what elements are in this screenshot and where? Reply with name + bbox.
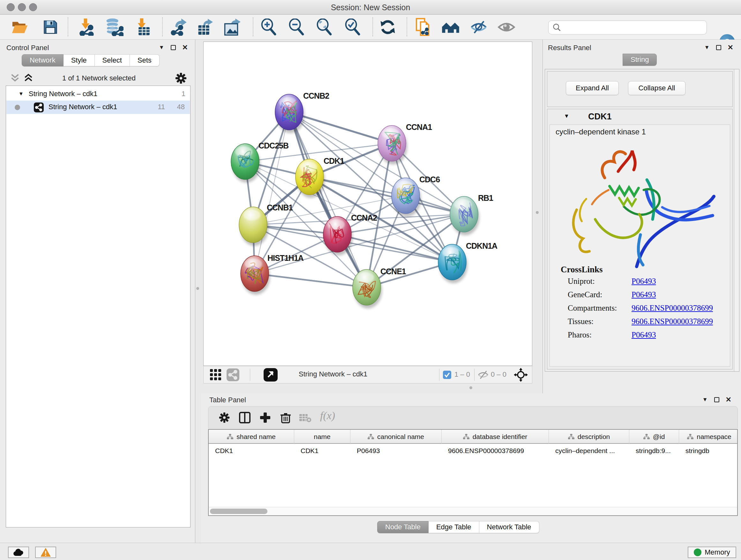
cloud-button[interactable] xyxy=(8,547,29,558)
column-header-label: @id xyxy=(653,433,665,441)
column-header-shared-name[interactable]: shared name xyxy=(209,430,294,444)
gene-symbol: CDK1 xyxy=(588,112,612,122)
bottom-splitter-handle[interactable] xyxy=(469,386,472,389)
node-label-CDKN1A: CDKN1A xyxy=(466,241,497,250)
column-header-name[interactable]: name xyxy=(294,430,350,444)
export-network-icon[interactable] xyxy=(170,18,187,36)
tree-expand-icon[interactable]: ▼ xyxy=(18,91,23,97)
network-view-mode-icon[interactable] xyxy=(226,368,239,381)
column-header-description[interactable]: description xyxy=(549,430,629,444)
show-all-icon[interactable] xyxy=(497,20,515,34)
gear-icon[interactable] xyxy=(219,412,230,423)
table-cell[interactable]: stringdb:9... xyxy=(629,444,679,457)
warning-button[interactable] xyxy=(35,547,56,558)
grid-view-icon[interactable] xyxy=(209,368,222,381)
network-view-toolbar: String Network – cdk1 1 – 0 0 – 0 xyxy=(203,366,532,383)
tab-select[interactable]: Select xyxy=(95,54,130,66)
open-session-icon[interactable] xyxy=(11,20,28,34)
shared-column-icon xyxy=(227,434,233,440)
column-header-canonical-name[interactable]: canonical name xyxy=(350,430,442,444)
float-panel-icon[interactable] xyxy=(716,45,721,50)
network-graph[interactable]: CCNB2CCNA1CDC25BCDK1CDC6RB1CCNB1CCNA2CDK… xyxy=(204,42,532,366)
collapse-all-tree-icon[interactable] xyxy=(10,73,20,83)
crosslink-value-link[interactable]: P06493 xyxy=(631,277,656,286)
tab-string[interactable]: String xyxy=(623,54,657,66)
collapse-panel-icon[interactable]: ▼ xyxy=(704,44,710,51)
edge-CCNB2-CCNA1[interactable] xyxy=(289,112,392,143)
tab-network-table[interactable]: Network Table xyxy=(479,521,539,533)
column-header--id[interactable]: @id xyxy=(629,430,679,444)
refresh-icon[interactable] xyxy=(380,19,396,36)
crosslink-value-link[interactable]: P06493 xyxy=(631,290,656,299)
results-scrollbar[interactable] xyxy=(734,69,739,371)
add-column-icon[interactable] xyxy=(259,412,271,423)
column-header-namespace[interactable]: namespace xyxy=(679,430,738,444)
hide-selected-icon[interactable] xyxy=(470,20,488,35)
crosslink-value-link[interactable]: 9606.ENSP00000378699 xyxy=(631,304,713,313)
memory-button[interactable]: Memory xyxy=(688,547,736,558)
fit-content-icon[interactable] xyxy=(316,18,333,36)
edge-HIST1H1A-CCNE1[interactable] xyxy=(255,273,367,287)
gear-icon[interactable] xyxy=(175,72,187,84)
delete-column-icon[interactable] xyxy=(280,412,291,423)
import-table-file-icon[interactable] xyxy=(136,18,150,36)
detach-view-icon[interactable] xyxy=(264,368,278,381)
tab-sets[interactable]: Sets xyxy=(130,54,159,66)
table-cell[interactable]: CDK1 xyxy=(294,444,350,457)
crosslink-label: Tissues: xyxy=(568,317,631,326)
show-columns-icon[interactable] xyxy=(239,412,251,423)
selected-checkbox-icon[interactable] xyxy=(443,371,451,379)
node-table[interactable]: shared namenamecanonical namedatabase id… xyxy=(208,429,738,516)
zoom-out-icon[interactable] xyxy=(288,18,305,36)
scrollbar-thumb[interactable] xyxy=(210,509,267,514)
toolbar-separator xyxy=(162,17,163,37)
crosslink-row: Pharos:P06493 xyxy=(568,330,727,339)
zoom-selected-icon[interactable] xyxy=(345,18,361,36)
left-splitter-handle[interactable] xyxy=(196,287,199,290)
import-network-database-icon[interactable] xyxy=(105,18,124,36)
tab-edge-table[interactable]: Edge Table xyxy=(428,521,479,533)
table-cell[interactable]: CDK1 xyxy=(209,444,294,457)
crosslink-value-link[interactable]: 9606.ENSP00000378699 xyxy=(631,317,713,326)
crosslink-value-link[interactable]: P06493 xyxy=(631,330,656,339)
network-canvas[interactable]: CCNB2CCNA1CDC25BCDK1CDC6RB1CCNB1CCNA2CDK… xyxy=(203,42,532,366)
save-session-icon[interactable] xyxy=(43,20,58,35)
table-cell[interactable]: P06493 xyxy=(350,444,442,457)
close-panel-icon[interactable]: ✕ xyxy=(728,45,733,50)
node-label-CCNA2: CCNA2 xyxy=(351,213,377,222)
expand-all-button[interactable]: Expand All xyxy=(566,81,619,95)
network-row-selected[interactable]: String Network – cdk1 11 48 xyxy=(6,101,190,114)
table-row[interactable]: CDK1CDK1P064939606.ENSP00000378699cyclin… xyxy=(209,444,738,457)
tab-network[interactable]: Network xyxy=(22,54,64,66)
close-panel-icon[interactable]: ✕ xyxy=(726,397,731,402)
first-neighbors-icon[interactable] xyxy=(415,18,431,37)
table-cell[interactable]: cyclin–dependent ... xyxy=(549,444,629,457)
section-collapse-icon[interactable]: ▼ xyxy=(564,113,569,119)
pan-crosshair-icon[interactable] xyxy=(514,368,528,382)
search-input[interactable] xyxy=(564,23,706,31)
network-collection-row[interactable]: ▼ String Network – cdk1 1 xyxy=(6,88,190,101)
tab-style[interactable]: Style xyxy=(64,54,95,66)
table-cell[interactable]: 9606.ENSP00000378699 xyxy=(442,444,549,457)
tab-node-table[interactable]: Node Table xyxy=(377,521,428,533)
expand-all-tree-icon[interactable] xyxy=(23,73,34,83)
zoom-in-icon[interactable] xyxy=(261,18,277,36)
control-panel-title: Control Panel xyxy=(6,44,49,52)
column-header-database-identifier[interactable]: database identifier xyxy=(442,430,549,444)
export-table-icon[interactable] xyxy=(197,18,213,36)
right-splitter-handle[interactable] xyxy=(536,211,539,214)
close-panel-icon[interactable]: ✕ xyxy=(182,45,188,50)
import-network-file-icon[interactable] xyxy=(78,18,95,36)
search-field[interactable] xyxy=(548,20,707,35)
export-image-icon[interactable] xyxy=(224,18,241,36)
collapse-all-button[interactable]: Collapse All xyxy=(628,81,685,95)
window-title: Session: New Session xyxy=(0,3,741,12)
float-panel-icon[interactable] xyxy=(714,397,719,402)
network-overview-icon[interactable] xyxy=(441,20,460,35)
collapse-panel-icon[interactable]: ▼ xyxy=(702,396,708,403)
table-horizontal-scrollbar[interactable] xyxy=(209,507,737,515)
column-header-label: database identifier xyxy=(473,433,528,441)
table-cell[interactable]: stringdb xyxy=(679,444,738,457)
float-panel-icon[interactable] xyxy=(171,45,176,50)
collapse-panel-icon[interactable]: ▼ xyxy=(159,44,164,51)
